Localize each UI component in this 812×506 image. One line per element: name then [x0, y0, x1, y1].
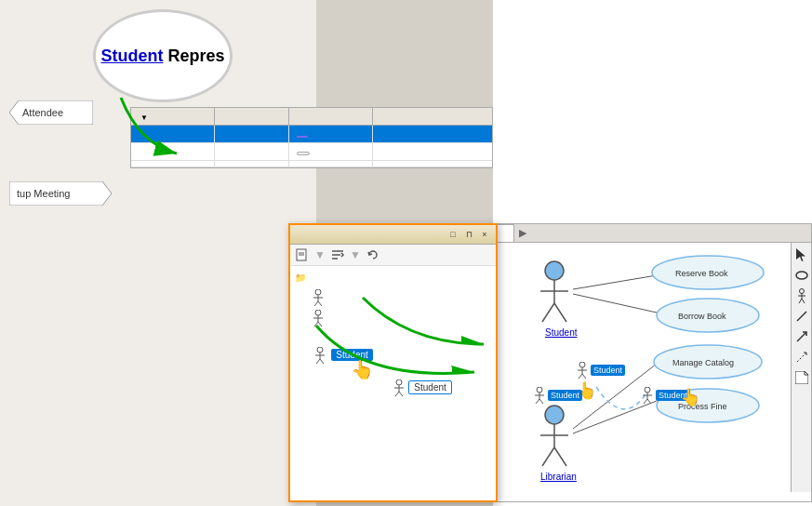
setup-meeting-shape: tup Meeting — [9, 181, 112, 208]
cell-student-name — [131, 126, 215, 142]
entity-table: ▼ — [130, 107, 493, 168]
magnifier-text: Student Repres — [100, 47, 224, 66]
table-row-school[interactable] — [131, 143, 492, 161]
svg-line-43 — [542, 447, 554, 466]
svg-line-77 — [802, 299, 805, 303]
panel-controls[interactable]: □ ⊓ × — [446, 228, 491, 241]
cell-school-labels — [289, 143, 373, 160]
diagram-backlog-panel: □ ⊓ × ▼ ▼ — [288, 223, 498, 502]
table-row-student[interactable] — [131, 126, 492, 143]
drag-actor-2 — [393, 380, 406, 396]
svg-line-24 — [316, 359, 320, 364]
panel-titlebar: □ ⊓ × — [290, 225, 496, 245]
svg-line-15 — [318, 301, 322, 306]
toolbar-separator-2: ▼ — [350, 248, 361, 261]
student-actor-drag-2 — [641, 387, 654, 404]
svg-line-69 — [536, 399, 539, 404]
svg-line-64 — [644, 399, 647, 404]
uml-note-tool[interactable] — [793, 369, 810, 386]
svg-line-79 — [797, 332, 806, 341]
svg-line-20 — [318, 322, 322, 326]
svg-line-76 — [799, 299, 802, 303]
tree-item-untitled[interactable]: 📁 — [295, 271, 491, 287]
svg-point-40 — [545, 406, 564, 424]
usecase-model-panel: ▶ Student — [493, 223, 812, 502]
restore-btn[interactable]: □ — [446, 228, 459, 241]
svg-point-21 — [317, 347, 323, 353]
cell-student-desc — [373, 126, 492, 142]
close-btn[interactable]: × — [478, 228, 491, 241]
cell-student-aliases — [215, 126, 289, 142]
cell-school-desc — [373, 143, 492, 160]
svg-line-60 — [582, 374, 586, 379]
svg-point-73 — [799, 289, 804, 294]
svg-line-80 — [797, 353, 806, 362]
uml-toolbar — [791, 243, 811, 492]
panel-tree: 📁 — [290, 266, 496, 435]
tree-item-librarian[interactable] — [295, 287, 491, 308]
cell-student-labels — [289, 126, 373, 142]
svg-line-29 — [395, 392, 399, 396]
svg-marker-71 — [796, 248, 805, 261]
toolbar-separator-1: ▼ — [314, 248, 326, 261]
pin-btn[interactable]: ⊓ — [462, 228, 475, 241]
cell-librarian-name — [131, 161, 215, 166]
student-actor-drag — [576, 362, 589, 379]
drag-item-2: Student — [393, 380, 452, 396]
svg-text:Borrow Book: Borrow Book — [678, 312, 726, 321]
svg-text:Attendee: Attendee — [22, 107, 63, 118]
cursor-hand-usecase-2: 👆 — [680, 387, 700, 407]
actor-icon-librarian — [312, 289, 325, 306]
svg-point-26 — [396, 380, 402, 385]
svg-line-39 — [573, 294, 657, 313]
student-badge-usecase-3: Student — [548, 390, 582, 401]
table-row-librarian[interactable] — [131, 161, 492, 167]
uml-actor-tool[interactable] — [793, 287, 810, 304]
new-diagram-icon[interactable] — [294, 246, 311, 263]
drag-area: Student 👆 Student — [295, 338, 491, 431]
stakeholder-badge — [297, 136, 308, 138]
student-drag-3: Student — [533, 387, 582, 404]
svg-line-70 — [539, 399, 543, 404]
cell-school-aliases — [215, 143, 289, 160]
svg-text:Manage Catalog: Manage Catalog — [672, 358, 734, 367]
svg-line-25 — [320, 359, 324, 364]
table-header-aliases — [215, 108, 289, 125]
magnifier-repres: Repres — [163, 47, 224, 65]
cell-school-name — [131, 143, 215, 160]
uml-arrow-tool[interactable] — [793, 328, 810, 345]
svg-line-30 — [399, 392, 403, 396]
svg-point-56 — [579, 362, 585, 367]
usecase-content: Student Librarian Reserve Book — [494, 243, 811, 492]
drag-actor-1 — [313, 347, 326, 364]
svg-line-19 — [314, 322, 318, 326]
cursor-hand-1: 👆 — [351, 358, 374, 380]
svg-line-65 — [647, 399, 651, 404]
table-header-labels — [289, 108, 373, 125]
svg-text:Reserve Book: Reserve Book — [675, 269, 728, 278]
entity-badge — [297, 152, 310, 155]
sort-icon[interactable] — [329, 246, 346, 263]
student-badge-usecase-1: Student — [591, 365, 625, 376]
svg-line-35 — [542, 303, 554, 322]
uml-svg: Student Librarian Reserve Book — [494, 243, 792, 492]
refresh-icon[interactable] — [365, 246, 381, 263]
svg-point-72 — [796, 272, 807, 279]
magnifier-student: Student — [100, 47, 163, 65]
actor-icon-student — [312, 310, 325, 326]
svg-point-61 — [645, 387, 650, 393]
uml-diagram: Student Librarian Reserve Book — [494, 243, 791, 492]
svg-line-78 — [797, 312, 806, 321]
svg-marker-81 — [795, 371, 808, 384]
uml-dependency-tool[interactable] — [793, 349, 810, 366]
table-header-description — [373, 108, 492, 125]
table-header-name: ▼ — [131, 108, 215, 125]
cell-librarian-labels — [289, 161, 373, 166]
uml-ellipse-tool[interactable] — [793, 267, 810, 284]
student-badge-2: Student — [408, 380, 451, 394]
uml-line-tool[interactable] — [793, 308, 810, 325]
svg-text:Librarian: Librarian — [540, 472, 577, 482]
tree-item-student[interactable] — [295, 308, 491, 328]
svg-line-36 — [554, 303, 566, 322]
uml-select-tool[interactable] — [793, 246, 810, 263]
